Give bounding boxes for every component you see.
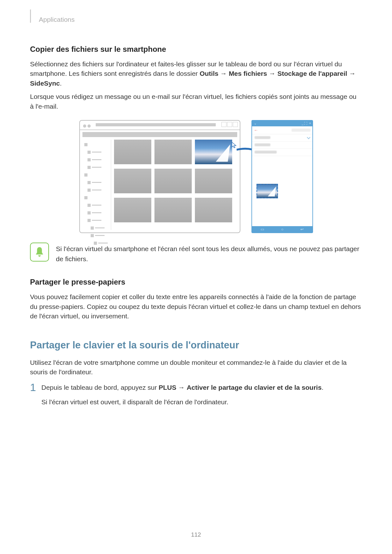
- tree-item: [91, 232, 111, 238]
- note-callout: Si l'écran virtuel du smartphone et l'éc…: [30, 243, 362, 264]
- step-1: 1 Depuis le tableau de bord, appuyez sur…: [30, 382, 362, 411]
- arrow-icon: →: [347, 70, 356, 77]
- arrow-icon: →: [176, 384, 187, 391]
- figure-thumbnail-grid: [114, 140, 237, 230]
- header-accent-line: [30, 9, 31, 23]
- note-text: Si l'écran virtuel du smartphone et l'éc…: [56, 243, 362, 264]
- tree-item: [87, 202, 111, 208]
- figure-thumbnail: [114, 169, 151, 193]
- breadcrumb: Applications: [39, 16, 362, 23]
- back-icon: ↩: [300, 227, 304, 232]
- figure-thumbnail: [195, 169, 232, 193]
- figure-phone-row: [252, 149, 312, 156]
- text-segment: .: [60, 80, 62, 87]
- tree-item: [84, 142, 111, 147]
- figure-thumbnail-selected: [195, 140, 232, 164]
- page-number: 112: [0, 531, 392, 538]
- figure-sidebar-tree: [82, 140, 111, 230]
- tree-item: [87, 187, 111, 193]
- document-page: Applications Copier des fichiers sur le …: [0, 0, 392, 554]
- cursor-icon: [272, 193, 277, 197]
- figure-thumbnail: [114, 198, 151, 222]
- heading-copy-files: Copier des fichiers sur le smartphone: [30, 45, 362, 54]
- path-part-sidesync: SideSync: [30, 80, 60, 87]
- figure-phone-titlebar: ⌄ _ ⛶ ×: [252, 121, 312, 126]
- minimize-icon: _: [302, 121, 304, 126]
- arrow-icon: →: [267, 70, 278, 77]
- tree-item: [87, 179, 111, 185]
- text-segment: .: [322, 384, 323, 391]
- figure-phone-row: [252, 134, 312, 142]
- back-icon: ←: [254, 128, 258, 133]
- path-part-mesfichiers: Mes fichiers: [229, 70, 267, 77]
- chevron-down-icon: [307, 136, 310, 139]
- tree-item: [87, 217, 111, 223]
- figure-desktop-window: [79, 120, 240, 233]
- tree-item: [87, 164, 111, 170]
- tree-item: [84, 195, 111, 200]
- figure-thumbnail: [154, 198, 192, 222]
- tree-item: [91, 225, 111, 231]
- step-body: Depuis le tableau de bord, appuyez sur P…: [41, 382, 323, 411]
- figure-phone-row: [252, 142, 312, 149]
- cursor-icon: [231, 142, 238, 148]
- home-icon: ○: [281, 227, 283, 232]
- path-part-stockage: Stockage de l'appareil: [277, 70, 347, 77]
- figure-toolbar: [82, 132, 237, 137]
- figure-drag-drop: ⌄ _ ⛶ × ← ▭ ○ ↩: [79, 120, 313, 234]
- text-segment: Depuis le tableau de bord, appuyez sur: [41, 384, 159, 391]
- paragraph-clipboard: Vous pouvez facilement copier et coller …: [30, 292, 362, 321]
- path-part-outils: Outils: [200, 70, 219, 77]
- figure-drop-target: [256, 184, 278, 198]
- recent-apps-icon: ▭: [261, 227, 264, 232]
- close-icon: ×: [309, 121, 311, 126]
- step-line-2: Si l'écran virtuel est ouvert, il dispar…: [41, 397, 323, 407]
- tree-item: [87, 149, 111, 155]
- paragraph-copy-files-2: Lorsque vous rédigez un message ou un e-…: [30, 92, 362, 111]
- step-number: 1: [30, 382, 41, 393]
- step-line-1: Depuis le tableau de bord, appuyez sur P…: [41, 382, 323, 393]
- paragraph-share-km: Utilisez l'écran de votre smartphone com…: [30, 358, 362, 377]
- figure-phone-navbar: ▭ ○ ↩: [252, 226, 312, 232]
- arrow-icon: →: [218, 70, 229, 77]
- menu-activate-share: Activer le partage du clavier et de la s…: [187, 384, 322, 391]
- tree-item: [87, 210, 111, 215]
- figure-content: [82, 140, 237, 230]
- figure-phone-header: ←: [252, 126, 312, 134]
- figure-thumbnail: [154, 169, 192, 193]
- chevron-down-icon: ⌄: [254, 121, 256, 126]
- figure-blurred-text: [292, 129, 311, 132]
- figure-address-bar: [96, 123, 216, 126]
- figure-window-dots: [83, 123, 92, 129]
- figure-thumbnail: [114, 140, 151, 164]
- tree-item: [94, 240, 111, 246]
- tree-item: [87, 157, 111, 162]
- figure-thumbnail: [154, 140, 192, 164]
- paragraph-copy-files-1: Sélectionnez des fichiers sur l'ordinate…: [30, 59, 362, 88]
- menu-plus: PLUS: [159, 384, 176, 391]
- heading-share-keyboard-mouse: Partager le clavier et la souris de l'or…: [30, 340, 362, 351]
- expand-icon: ⛶: [304, 121, 307, 126]
- figure-phone-window: ⌄ _ ⛶ × ← ▭ ○ ↩: [251, 120, 313, 233]
- figure-window-titlebar: [80, 121, 240, 130]
- figure-window-buttons: [221, 122, 238, 128]
- figure-thumbnail: [195, 198, 232, 222]
- tree-item: [84, 172, 111, 178]
- bell-icon: [30, 243, 49, 262]
- heading-clipboard: Partager le presse-papiers: [30, 278, 362, 286]
